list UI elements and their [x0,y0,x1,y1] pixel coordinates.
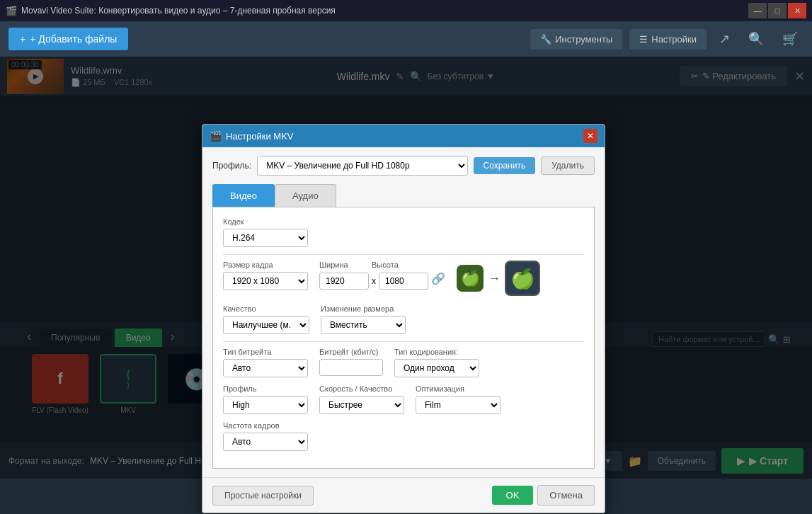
codec-group: Кодек H.264 [223,217,308,247]
main-toolbar: + + Добавить файлы 🔧 Инструменты ☰ Настр… [0,21,812,57]
delete-profile-button[interactable]: Удалить [541,156,595,175]
cancel-button[interactable]: Отмена [537,485,595,506]
fps-group: Частота кадров Авто [223,421,308,451]
tools-button[interactable]: 🔧 Инструменты [530,29,622,50]
fps-select[interactable]: Авто [223,433,308,451]
toolbar-right: 🔧 Инструменты ☰ Настройки ↗ 🔍 🛒 [530,28,804,50]
share-icon: ↗ [719,32,730,46]
optimization-group: Оптимизация Film [416,384,501,414]
window-title: Movavi Video Suite: Конвертировать видео… [21,6,744,16]
search-button[interactable]: 🔍 [743,28,770,50]
speed-quality-select[interactable]: Быстрее [319,396,404,414]
tab-video[interactable]: Видео [212,184,275,207]
bitrate-type-select[interactable]: Авто [223,359,308,377]
profile-row: Профиль: MKV – Увеличение до Full HD 108… [212,156,595,176]
lines-icon: ☰ [639,34,648,45]
quality-label: Качество [223,304,309,313]
bitrate-type-label: Тип битрейта [223,348,308,356]
dialog-footer: Простые настройки OK Отмена [202,477,605,513]
profile-settings-row: Профиль High Скорость / Качество Быстрее… [223,384,584,414]
minimize-button[interactable]: — [748,3,767,18]
arrow-right-icon: → [488,271,501,286]
codec-label: Кодек [223,217,308,226]
profile-select[interactable]: MKV – Увеличение до Full HD 1080p [257,156,467,176]
resize-preview: 🍏 → 🍏 [457,261,540,296]
size-row: Размер кадра 1920 x 1080 Ширина Высота x [223,261,584,297]
encoding-type-group: Тип кодирования: Один проход [394,348,479,377]
fps-label: Частота кадров [223,421,308,430]
codec-select[interactable]: H.264 [223,229,308,247]
codec-row: Кодек H.264 [223,217,584,247]
framesize-select[interactable]: 1920 x 1080 [223,272,308,290]
height-label: Высота [372,261,421,269]
fps-row: Частота кадров Авто [223,421,584,451]
dialog-tabs: Видео Аудио [212,184,595,207]
settings-button[interactable]: ☰ Настройки [629,29,707,50]
encoding-type-label: Тип кодирования: [394,348,479,356]
x-separator: x [372,276,376,286]
bitrate-input[interactable] [319,359,383,376]
app-icon: 🎬 [6,6,17,16]
wrench-icon: 🔧 [540,34,551,45]
quality-group: Качество Наилучшее (м. [223,304,309,334]
titlebar: 🎬 Movavi Video Suite: Конвертировать вид… [0,0,812,21]
wh-inputs: x 🔗 [319,272,445,290]
optimization-select[interactable]: Film [416,396,501,414]
bitrate-type-group: Тип битрейта Авто [223,348,308,377]
wh-group: Ширина Высота x 🔗 [319,261,445,297]
window-controls: — □ ✕ [748,3,806,18]
add-files-label: + Добавить файлы [30,33,117,45]
bitrate-label: Битрейт (кбит/с) [319,348,383,356]
apple-small-icon: 🍏 [457,265,484,292]
dialog-body: Профиль: MKV – Увеличение до Full HD 108… [202,147,605,477]
save-profile-button[interactable]: Сохранить [474,157,536,174]
encoding-type-select[interactable]: Один проход [394,359,479,377]
apple-large-icon: 🍏 [505,261,540,296]
speed-quality-label: Скорость / Качество [319,384,404,393]
video-tab-content: Кодек H.264 Размер кадра 1920 x 1080 [212,207,595,469]
video-profile-select[interactable]: High [223,396,308,414]
dialog-title-icon: 🎬 [210,130,222,142]
width-input[interactable] [319,273,369,290]
simple-settings-button[interactable]: Простые настройки [212,486,314,506]
height-input[interactable] [379,273,428,290]
resize-label: Изменение размера [321,304,406,313]
add-files-button[interactable]: + + Добавить файлы [8,28,128,50]
share-button[interactable]: ↗ [714,28,736,50]
link-icon: 🔗 [431,272,445,285]
video-profile-group: Профиль High [223,384,308,414]
cart-icon: 🛒 [782,32,798,46]
settings-label: Настройки [651,34,697,45]
quality-select[interactable]: Наилучшее (м. [223,316,309,334]
resize-group: Изменение размера Вместить [321,304,406,334]
app-body: ▶ 00:00:30 Wildlife.wmv 📄 25 МБ VC1 1280… [0,57,812,479]
tools-label: Инструменты [555,34,612,45]
dialog-close-button[interactable]: ✕ [583,129,597,143]
dialog-title: Настройки MKV [226,131,579,142]
video-profile-label: Профиль [223,384,308,393]
width-label: Ширина [319,261,369,269]
tab-audio[interactable]: Аудио [275,184,336,207]
dialog-titlebar: 🎬 Настройки MKV ✕ [202,125,605,147]
quality-row: Качество Наилучшее (м. Изменение размера… [223,304,584,334]
speed-quality-group: Скорость / Качество Быстрее [319,384,404,414]
maximize-button[interactable]: □ [768,3,787,18]
cart-button[interactable]: 🛒 [777,28,804,50]
framesize-label: Размер кадра [223,261,308,269]
resize-select[interactable]: Вместить [321,316,406,334]
profile-label: Профиль: [212,161,251,171]
bitrate-group: Битрейт (кбит/с) [319,348,383,377]
close-button[interactable]: ✕ [788,3,806,18]
plus-icon: + [20,33,25,45]
mkv-settings-dialog: 🎬 Настройки MKV ✕ Профиль: MKV – Увеличе… [202,124,605,513]
optimization-label: Оптимизация [416,384,501,393]
search-icon: 🔍 [748,32,764,46]
ok-button[interactable]: OK [492,486,534,505]
bitrate-row: Тип битрейта Авто Битрейт (кбит/с) Тип к… [223,348,584,377]
framesize-group: Размер кадра 1920 x 1080 [223,261,308,297]
